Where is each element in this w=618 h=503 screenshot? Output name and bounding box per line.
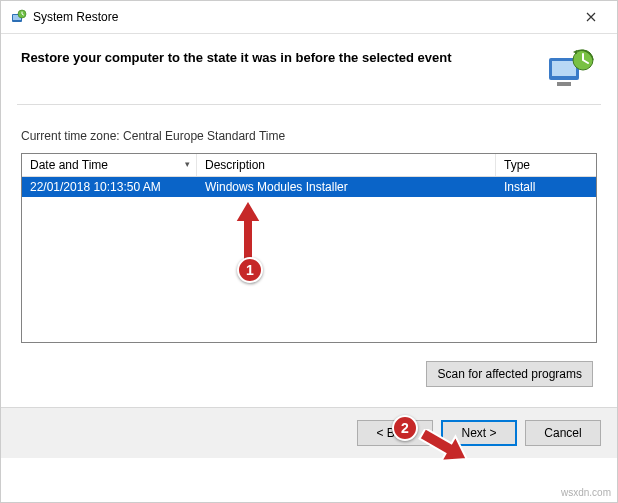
- watermark: wsxdn.com: [561, 487, 611, 498]
- cell-datetime: 22/01/2018 10:13:50 AM: [22, 177, 197, 197]
- titlebar: System Restore: [1, 1, 617, 34]
- column-header-type[interactable]: Type: [496, 154, 596, 176]
- column-header-description[interactable]: Description: [197, 154, 496, 176]
- footer: < Back Next > Cancel: [1, 408, 617, 458]
- scan-row: Scan for affected programs: [21, 361, 597, 387]
- svg-rect-5: [557, 82, 571, 86]
- restore-icon: [11, 9, 27, 25]
- table-header: Date and Time ▾ Description Type: [22, 154, 596, 177]
- heading-row: Restore your computer to the state it wa…: [21, 48, 597, 90]
- content-area: Restore your computer to the state it wa…: [1, 34, 617, 387]
- cancel-button[interactable]: Cancel: [525, 420, 601, 446]
- table-row[interactable]: 22/01/2018 10:13:50 AM Windows Modules I…: [22, 177, 596, 197]
- svg-rect-4: [552, 61, 576, 76]
- cell-type: Install: [496, 177, 596, 197]
- timezone-label: Current time zone: Central Europe Standa…: [21, 129, 597, 143]
- divider: [17, 104, 601, 105]
- back-button[interactable]: < Back: [357, 420, 433, 446]
- cell-description: Windows Modules Installer: [197, 177, 496, 197]
- page-heading: Restore your computer to the state it wa…: [21, 48, 535, 65]
- column-header-datetime-label: Date and Time: [30, 158, 108, 172]
- window-title: System Restore: [33, 10, 575, 24]
- column-header-description-label: Description: [205, 158, 265, 172]
- column-header-datetime[interactable]: Date and Time ▾: [22, 154, 197, 176]
- scan-affected-button[interactable]: Scan for affected programs: [426, 361, 593, 387]
- restore-points-table: Date and Time ▾ Description Type 22/01/2…: [21, 153, 597, 343]
- close-icon[interactable]: [575, 7, 607, 27]
- sort-chevron-icon: ▾: [185, 159, 190, 169]
- restore-illustration-icon: [545, 48, 597, 90]
- column-header-type-label: Type: [504, 158, 530, 172]
- next-button[interactable]: Next >: [441, 420, 517, 446]
